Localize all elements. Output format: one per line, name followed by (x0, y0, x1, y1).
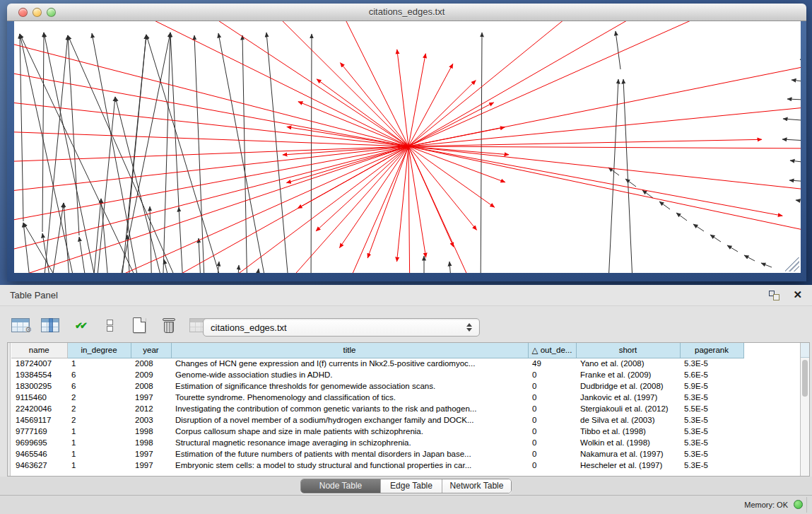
scrollbar-thumb[interactable] (802, 360, 808, 397)
black-edge[interactable] (254, 269, 259, 273)
cell-title[interactable]: Structural magnetic resonance image aver… (171, 437, 528, 448)
show-column-icon[interactable] (40, 315, 61, 336)
cell-pagerank[interactable]: 5.9E-5 (680, 380, 743, 392)
red-edge[interactable] (397, 146, 408, 262)
close-panel-icon[interactable]: ✕ (793, 288, 802, 301)
red-edge[interactable] (408, 21, 721, 146)
cell-out_degree[interactable]: 0 (528, 369, 576, 380)
black-edge[interactable] (164, 259, 173, 273)
red-edge[interactable] (408, 21, 579, 146)
cell-name[interactable]: 18724007 (11, 358, 67, 369)
red-edge[interactable] (408, 127, 505, 146)
black-edge[interactable] (783, 119, 801, 122)
cell-name[interactable]: 9115460 (11, 392, 67, 403)
cell-year[interactable]: 1998 (131, 437, 171, 448)
black-edge[interactable] (120, 35, 146, 273)
table-row[interactable]: 2242004622012Investigating the contribut… (11, 403, 743, 414)
table-row[interactable]: 1872400712008Changes of HCN gene express… (11, 358, 743, 369)
red-edge[interactable] (198, 146, 408, 273)
network-graph[interactable] (14, 21, 801, 273)
table-mode-icon[interactable]: ⚙ (10, 315, 31, 336)
cell-title[interactable]: Embryonic stem cells: a model to study s… (171, 460, 528, 471)
red-edge[interactable] (298, 102, 408, 146)
table-row[interactable]: 1456911722003Disruption of a novel membe… (11, 414, 743, 426)
red-edge[interactable] (408, 146, 801, 148)
cell-year[interactable]: 2008 (131, 380, 171, 392)
cell-short[interactable]: Tibbo et al. (1998) (576, 426, 680, 437)
cell-in_degree[interactable]: 2 (67, 392, 131, 403)
black-edge[interactable] (693, 224, 704, 231)
window-titlebar[interactable]: citations_edges.txt (7, 4, 806, 21)
red-edge[interactable] (408, 146, 509, 155)
black-edge[interactable] (787, 99, 801, 100)
cell-title[interactable]: Disruption of a novel member of a sodium… (171, 414, 528, 426)
cell-name[interactable]: 22420046 (11, 403, 67, 414)
cell-short[interactable]: Wolkin et al. (1998) (576, 437, 680, 448)
cell-in_degree[interactable]: 6 (67, 380, 131, 392)
red-edge[interactable] (408, 146, 454, 247)
cell-out_degree[interactable]: 0 (528, 448, 576, 460)
cell-title[interactable]: Investigating the contribution of common… (171, 403, 528, 414)
cell-year[interactable]: 2012 (131, 403, 171, 414)
cell-short[interactable]: Dudbridge et al. (2008) (576, 380, 680, 392)
cell-name[interactable]: 9699695 (11, 437, 67, 448)
red-edge[interactable] (408, 139, 762, 146)
cell-short[interactable]: de Silva et al. (2003) (576, 414, 680, 426)
black-edge[interactable] (92, 199, 101, 273)
table-row[interactable]: 1938455462009Genome-wide association stu… (11, 369, 743, 380)
red-edge[interactable] (408, 146, 481, 273)
black-edge[interactable] (44, 33, 99, 273)
red-edge[interactable] (408, 146, 801, 191)
table-vertical-scrollbar[interactable] (800, 343, 809, 476)
tab-edge-table[interactable]: Edge Table (381, 479, 442, 493)
black-edge[interactable] (676, 213, 687, 221)
cell-short[interactable]: Franke et al. (2009) (576, 369, 680, 380)
black-edge[interactable] (115, 97, 166, 273)
red-edge[interactable] (408, 64, 801, 146)
red-edge[interactable] (127, 21, 408, 146)
cell-name[interactable]: 18300295 (11, 380, 67, 392)
red-edge[interactable] (286, 146, 408, 183)
black-edge[interactable] (659, 201, 670, 209)
cell-short[interactable]: Yano et al. (2008) (576, 358, 680, 369)
black-edge[interactable] (623, 79, 633, 273)
cell-name[interactable]: 9465546 (11, 448, 67, 460)
cell-title[interactable]: Estimation of significance thresholds fo… (171, 380, 528, 392)
red-edge[interactable] (408, 146, 801, 233)
cell-short[interactable]: Nakamura et al. (1997) (576, 448, 680, 460)
float-panel-icon[interactable] (769, 291, 779, 300)
cell-name[interactable]: 14569117 (11, 414, 67, 426)
cell-out_degree[interactable]: 49 (528, 358, 576, 369)
table-row[interactable]: 946362711997Embryonic stem cells: a mode… (11, 460, 743, 471)
cell-pagerank[interactable]: 5.3E-5 (680, 358, 743, 369)
cell-out_degree[interactable]: 0 (528, 437, 576, 448)
cell-pagerank[interactable]: 5.3E-5 (680, 437, 743, 448)
cell-name[interactable]: 19384554 (11, 369, 67, 380)
red-edge[interactable] (14, 146, 408, 273)
cell-in_degree[interactable]: 1 (67, 358, 131, 369)
cell-pagerank[interactable]: 5.3E-5 (680, 414, 743, 426)
tab-network-table[interactable]: Network Table (442, 479, 511, 493)
black-edge[interactable] (449, 262, 452, 273)
table-row[interactable]: 1830029562008Estimation of significance … (11, 380, 743, 392)
red-edge[interactable] (408, 64, 453, 146)
black-edge[interactable] (163, 33, 170, 273)
black-edge[interactable] (179, 207, 184, 273)
red-edge[interactable] (57, 146, 408, 273)
cell-pagerank[interactable]: 5.3E-5 (680, 460, 743, 471)
cell-title[interactable]: Corpus callosum shape and size in male p… (171, 426, 528, 437)
table-row[interactable]: 969969511998Structural magnetic resonanc… (11, 437, 743, 448)
table-row[interactable]: 977716911998Corpus callosum shape and si… (11, 426, 743, 437)
black-edge[interactable] (170, 33, 179, 207)
window-resize-grip[interactable] (785, 257, 799, 271)
cell-out_degree[interactable]: 0 (528, 380, 576, 392)
cell-year[interactable]: 2009 (131, 369, 171, 380)
black-edge[interactable] (127, 35, 146, 233)
cell-in_degree[interactable]: 1 (67, 426, 131, 437)
cell-pagerank[interactable]: 5.3E-5 (680, 448, 743, 460)
cell-in_degree[interactable]: 2 (67, 403, 131, 414)
cell-title[interactable]: Changes of HCN gene expression and I(f) … (171, 358, 528, 369)
column-header-pagerank[interactable]: pagerank (680, 343, 743, 358)
red-edge[interactable] (339, 21, 408, 146)
cell-in_degree[interactable]: 1 (67, 460, 131, 471)
